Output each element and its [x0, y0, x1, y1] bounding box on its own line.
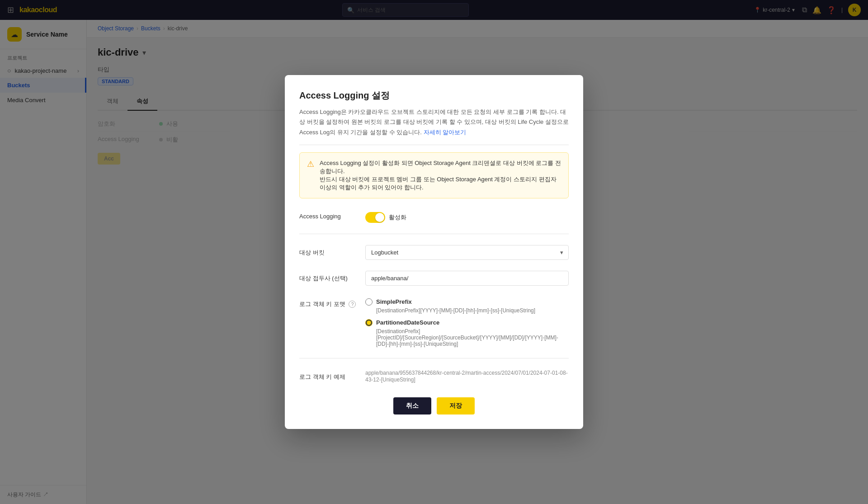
log-key-example-row: 로그 객체 키 예제 apple/banana/955637844268/kr-… — [299, 369, 569, 383]
modal-divider-top — [299, 145, 569, 145]
warning-line2: 반드시 대상 버킷에 프로젝트 멤버 그룹 또는 Object Storage … — [320, 175, 561, 192]
radio-group: SimplePrefix [DestinationPrefix][YYYY]-[… — [365, 297, 569, 347]
toggle-status: 활성화 — [389, 213, 406, 221]
modal-actions: 취소 저장 — [299, 397, 569, 415]
radio-simple-prefix: SimplePrefix [DestinationPrefix][YYYY]-[… — [365, 298, 569, 314]
target-bucket-select[interactable]: Logbucket other-bucket — [365, 245, 569, 260]
target-prefix-row: 대상 접두사 (선택) — [299, 271, 569, 286]
radio-partitioned-date-source: PartitionedDateSource [DestinationPrefix… — [365, 319, 569, 347]
radio-partitioned-date-source-label-row: PartitionedDateSource — [365, 319, 569, 326]
section-divider-1 — [299, 234, 569, 234]
log-key-format-label-text: 로그 객체 키 포맷 — [299, 301, 345, 307]
log-key-format-label: 로그 객체 키 포맷 ? — [299, 297, 358, 308]
section-divider-2 — [299, 358, 569, 358]
warning-text: Access Logging 설정이 활성화 되면 Object Storage… — [320, 159, 561, 192]
radio-simple-prefix-name: SimplePrefix — [376, 298, 412, 305]
save-button[interactable]: 저장 — [437, 397, 475, 415]
toggle-label: Access Logging — [299, 209, 358, 220]
target-bucket-row: 대상 버킷 Logbucket other-bucket — [299, 245, 569, 260]
warning-box: ⚠ Access Logging 설정이 활성화 되면 Object Stora… — [299, 152, 569, 198]
log-key-format-help-icon[interactable]: ? — [349, 301, 356, 308]
radio-simple-prefix-desc: [DestinationPrefix][YYYY]-[MM]-[DD]-[hh]… — [376, 307, 569, 314]
radio-simple-prefix-input[interactable] — [365, 298, 373, 306]
radio-partitioned-date-source-input[interactable] — [365, 319, 373, 326]
target-prefix-input[interactable] — [365, 271, 569, 286]
modal-description: Access Logging은 카카오클라우드 오브젝트 스토리지에 대한 모든… — [299, 107, 569, 137]
log-key-example-control: apple/banana/955637844268/kr-central-2/m… — [365, 369, 569, 383]
radio-partitioned-date-source-name: PartitionedDateSource — [376, 319, 439, 326]
modal-description-link[interactable]: 자세히 알아보기 — [424, 129, 467, 136]
toggle-wrap: 활성화 — [365, 209, 569, 223]
radio-partitioned-date-source-desc: [DestinationPrefix][ProjectID]/[SourceRe… — [376, 328, 569, 347]
modal-overlay[interactable]: Access Logging 설정 Access Logging은 카카오클라우… — [0, 0, 868, 504]
target-prefix-control — [365, 271, 569, 286]
toggle-row: Access Logging 활성화 — [299, 209, 569, 223]
target-bucket-label: 대상 버킷 — [299, 245, 358, 257]
target-prefix-label: 대상 접두사 (선택) — [299, 271, 358, 283]
log-key-example-label: 로그 객체 키 예제 — [299, 369, 358, 381]
modal-title: Access Logging 설정 — [299, 89, 569, 102]
toggle-control: 활성화 — [365, 209, 569, 223]
log-key-format-control: SimplePrefix [DestinationPrefix][YYYY]-[… — [365, 297, 569, 347]
log-key-format-row: 로그 객체 키 포맷 ? SimplePrefix [DestinationPr… — [299, 297, 569, 347]
warning-line1: Access Logging 설정이 활성화 되면 Object Storage… — [320, 159, 561, 175]
radio-simple-prefix-label-row: SimplePrefix — [365, 298, 569, 306]
warning-icon: ⚠ — [307, 159, 314, 192]
target-bucket-control: Logbucket other-bucket — [365, 245, 569, 260]
access-logging-modal: Access Logging 설정 Access Logging은 카카오클라우… — [285, 75, 583, 429]
cancel-button[interactable]: 취소 — [393, 397, 431, 415]
access-logging-toggle[interactable] — [365, 212, 385, 223]
log-key-example-value: apple/banana/955637844268/kr-central-2/m… — [365, 367, 568, 383]
